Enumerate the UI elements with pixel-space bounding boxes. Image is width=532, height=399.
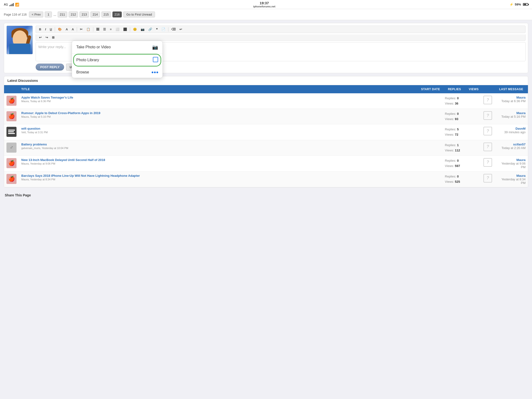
views-cell: [466, 93, 481, 109]
editor-toolbar-row2: ↩ ↪ ⊞: [36, 34, 526, 41]
title-cell: wifi question Vett, Today at 3:31 PM: [19, 124, 419, 140]
photo-button[interactable]: 📷: [139, 27, 146, 32]
clear-format-button[interactable]: ⌫: [170, 27, 177, 32]
thread-title-link[interactable]: Barclays Says 2018 iPhone Line-Up Will N…: [21, 174, 140, 177]
first-page-button[interactable]: 1: [45, 12, 52, 18]
copy-button[interactable]: 📋: [85, 27, 92, 32]
last-msg-cell: DaveM 39 minutes ago: [494, 124, 528, 140]
views-cell: [466, 155, 481, 171]
font-color-button[interactable]: A: [70, 27, 76, 32]
last-msg-time: Today at 6:36 PM: [497, 99, 526, 103]
text-color-button[interactable]: A: [64, 27, 69, 32]
image-button[interactable]: 🖼: [95, 27, 101, 32]
photo-library-item[interactable]: Photo Library: [73, 54, 161, 66]
thread-title-link[interactable]: Apple Watch Saves Teenager's Life: [21, 96, 73, 99]
format-button[interactable]: 📄: [160, 27, 167, 32]
carrier-label: A1: [4, 3, 8, 6]
time-display: 19:37: [253, 1, 275, 5]
media-button[interactable]: ⬛: [121, 27, 129, 32]
stats-cell: Replies: 0 Views: 525: [443, 171, 466, 187]
title-cell: Battery problems galvenais_muris, Yester…: [19, 140, 419, 155]
prev-page-button[interactable]: < Prev: [29, 12, 43, 18]
thread-avatar: [6, 127, 17, 137]
stats-cell: Replies: 5 Views: 72: [443, 124, 466, 140]
code-button[interactable]: ⬜: [114, 27, 121, 32]
underline-button[interactable]: U: [48, 27, 54, 32]
take-photo-item[interactable]: Take Photo or Video 📷: [72, 41, 162, 54]
stats-cell: Replies: 0 Views: 36: [443, 93, 466, 109]
last-msg-cell: Maura Yesterday at 8:34 PM: [494, 171, 528, 187]
toolbar-separator-1: [55, 27, 55, 32]
attachment-dropdown: Take Photo or Video 📷 Photo Library Brow…: [72, 41, 163, 78]
thread-meta: Maura, Yesterday at 9:06 PM: [21, 162, 416, 165]
page-info: Page 116 of 116: [4, 13, 26, 16]
avatar-cell: 🍎: [4, 93, 19, 109]
last-msg-user[interactable]: DaveM: [497, 127, 526, 130]
last-msg-user[interactable]: Maura: [497, 96, 526, 99]
page-215-button[interactable]: 215: [101, 12, 111, 18]
emoji-button[interactable]: 😊: [131, 27, 139, 32]
avatar-image: [7, 25, 32, 54]
browse-label: Browse: [76, 70, 89, 74]
table-row: 🍎 Barclays Says 2018 iPhone Line-Up Will…: [4, 171, 528, 187]
page-212-button[interactable]: 212: [69, 12, 78, 18]
bold-button[interactable]: B: [37, 27, 43, 32]
avatar-cell: ♂: [4, 140, 19, 155]
user-avatar: [6, 25, 33, 54]
last-msg-time: Today at 5:16 PM: [497, 115, 526, 118]
last-msg-avatar: ?: [483, 143, 492, 151]
thread-meta: Vett, Today at 3:31 PM: [21, 131, 416, 134]
thread-title-link[interactable]: wifi question: [21, 127, 40, 130]
url-display: iphoneforums.net: [253, 5, 275, 8]
last-msg-avatar: ?: [483, 111, 492, 120]
start-date-cell: [419, 171, 443, 187]
post-reply-button[interactable]: POST REPLY: [36, 64, 64, 70]
thread-meta: galvenais_muris, Yesterday at 10:04 PM: [21, 147, 416, 150]
last-msg-avatar-cell: ?: [481, 171, 494, 187]
col-replies: REPLIES: [443, 85, 466, 93]
source-button[interactable]: ↩: [178, 27, 184, 32]
page-213-button[interactable]: 213: [79, 12, 89, 18]
start-date-cell: [419, 155, 443, 171]
table-button[interactable]: ⊞: [50, 35, 56, 40]
last-msg-avatar-cell: ?: [481, 109, 494, 124]
numbered-list-button[interactable]: ≡: [108, 27, 113, 32]
col-avatar: [4, 85, 19, 93]
last-msg-user[interactable]: scifan57: [497, 143, 526, 146]
highlight-button[interactable]: 🎨: [56, 27, 63, 32]
redo-button[interactable]: ↪: [44, 35, 50, 40]
thread-title-link[interactable]: Battery problems: [21, 143, 47, 146]
browse-item[interactable]: Browse: [72, 67, 162, 78]
toolbar-separator-2: [77, 27, 77, 32]
battery-percentage: 59%: [515, 3, 521, 6]
avatar-cell: [4, 124, 19, 140]
last-msg-user[interactable]: Maura: [497, 158, 526, 162]
last-msg-avatar-cell: ?: [481, 155, 494, 171]
italic-button[interactable]: I: [43, 27, 48, 32]
col-title: TITLE: [19, 85, 419, 93]
col-last-message: LAST MESSAGE: [494, 85, 528, 93]
thread-avatar: 🍎: [6, 111, 17, 121]
table-header-row: TITLE START DATE REPLIES VIEWS LAST MESS…: [4, 85, 528, 93]
go-first-unread-button[interactable]: Go to First Unread: [123, 12, 155, 18]
ellipsis: ...: [53, 13, 56, 17]
quote-button[interactable]: ❝: [154, 27, 159, 32]
thread-title-link[interactable]: Rumour: Apple to Debut Cross-Platform Ap…: [21, 111, 101, 115]
page-216-button[interactable]: 216: [112, 12, 122, 18]
page-211-button[interactable]: 211: [58, 12, 67, 18]
col-views: VIEWS: [466, 85, 481, 93]
undo-button[interactable]: ↩: [37, 35, 43, 40]
thread-avatar: 🍎: [6, 174, 17, 184]
last-msg-user[interactable]: Maura: [497, 174, 526, 177]
toolbar-separator-4: [130, 27, 130, 32]
smilies-button[interactable]: ✂: [78, 27, 84, 32]
last-msg-user[interactable]: Maura: [497, 111, 526, 115]
thread-title-link[interactable]: New 13-Inch MacBook Delayed Until Second…: [21, 158, 105, 162]
bullet-list-button[interactable]: ☰: [101, 27, 108, 32]
discussions-table: TITLE START DATE REPLIES VIEWS LAST MESS…: [4, 85, 528, 187]
link-button[interactable]: 🔗: [147, 27, 154, 32]
title-cell: Apple Watch Saves Teenager's Life Maura,…: [19, 93, 419, 109]
last-msg-time: Yesterday at 8:34 PM: [497, 177, 526, 185]
thread-avatar: 🍎: [6, 158, 17, 168]
page-214-button[interactable]: 214: [90, 12, 100, 18]
